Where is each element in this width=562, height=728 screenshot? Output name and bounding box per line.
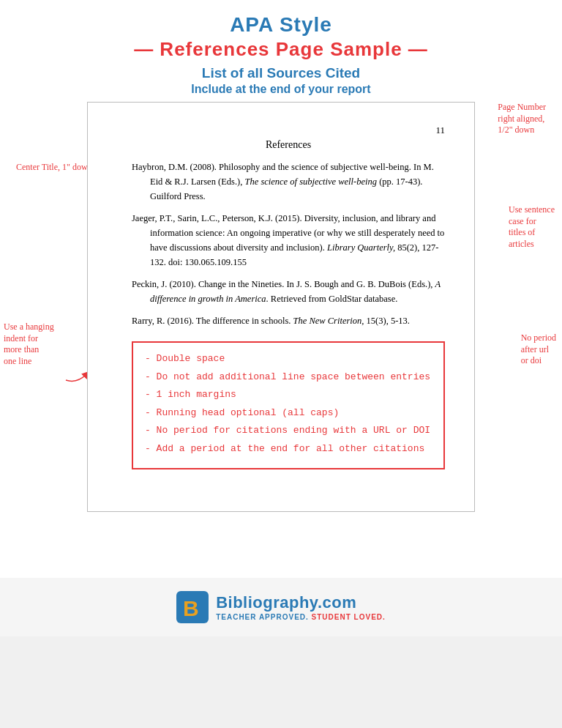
- no-period-annotation: No period after url or doi: [521, 333, 556, 367]
- red-box-item-5: - No period for citations ending with a …: [145, 423, 432, 438]
- red-box-item-4: - Running head optional (all caps): [145, 406, 432, 420]
- page-number-annotation: Page Number right aligned, 1/2" down: [498, 102, 546, 136]
- page-wrapper: APA Style — References Page Sample — Lis…: [0, 0, 562, 636]
- svg-text:B: B: [183, 596, 199, 620]
- brand-name: Bibliography.com: [216, 593, 386, 612]
- center-title-annotation: Center Title, 1" down: [16, 162, 92, 174]
- hanging-indent-annotation: Use a hanging indent for more than one l…: [4, 322, 54, 367]
- content-outer: Page Number right aligned, 1/2" down Cen…: [0, 102, 562, 571]
- red-box-item-1: - Double space: [145, 352, 432, 366]
- references-title: References: [132, 139, 445, 151]
- include-label: Include at the end of your report: [7, 83, 555, 96]
- footer-brand: Bibliography.com TEACHER APPROVED. STUDE…: [216, 593, 386, 621]
- red-info-box: - Double space - Do not add additional l…: [132, 341, 445, 469]
- ref-entry-3: Peckin, J. (2010). Change in the Ninetie…: [132, 277, 445, 306]
- footer-logo-area: B Bibliography.com TEACHER APPROVED. STU…: [176, 591, 386, 623]
- red-box-item-2: - Do not add additional line space betwe…: [145, 370, 432, 385]
- tagline-student: STUDENT LOVED.: [312, 613, 386, 621]
- bibliography-logo-icon: B: [176, 591, 209, 623]
- ref-entry-1: Haybron, D.M. (2008). Philosophy and the…: [132, 160, 445, 204]
- page-subtitle: — References Page Sample —: [7, 38, 555, 61]
- header: APA Style — References Page Sample — Lis…: [0, 0, 562, 102]
- ref-entry-4: Rarry, R. (2016). The difference in scho…: [132, 313, 445, 328]
- main-title: APA Style: [7, 13, 555, 37]
- red-box-item-6: - Add a period at the end for all other …: [145, 442, 432, 456]
- tagline-teacher: TEACHER APPROVED.: [216, 613, 309, 621]
- ref-entry-2: Jaeger, P.T., Sarin, L.C., Peterson, K.J…: [132, 211, 445, 270]
- footer-tagline: TEACHER APPROVED. STUDENT LOVED.: [216, 613, 386, 621]
- footer: B Bibliography.com TEACHER APPROVED. STU…: [0, 578, 562, 636]
- paper-document: 11 References Haybron, D.M. (2008). Phil…: [87, 102, 475, 512]
- sources-label: List of all Sources Cited: [7, 65, 555, 81]
- red-box-item-3: - 1 inch margins: [145, 387, 432, 402]
- page-number: 11: [132, 125, 445, 136]
- sentence-case-annotation: Use sentence case for titles of articles: [509, 204, 555, 250]
